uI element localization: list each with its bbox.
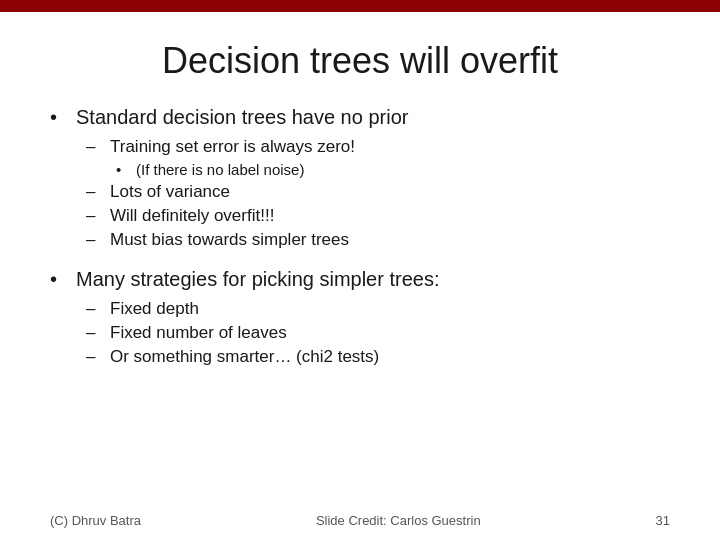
- sub-sub-item-1: • (If there is no label noise): [116, 161, 670, 178]
- sub-item-2-3-text: Or something smarter… (chi2 tests): [110, 347, 379, 367]
- dash-1-3: –: [86, 206, 102, 226]
- sub-sub-item-1-text: (If there is no label noise): [136, 161, 304, 178]
- slide-content: Decision trees will overfit • Standard d…: [0, 12, 720, 395]
- section-1: • Standard decision trees have no prior …: [50, 106, 670, 250]
- slide-title: Decision trees will overfit: [50, 40, 670, 82]
- footer-center: Slide Credit: Carlos Guestrin: [141, 513, 656, 528]
- sub-item-1-3-text: Will definitely overfit!!!: [110, 206, 274, 226]
- sub-item-1-2-text: Lots of variance: [110, 182, 230, 202]
- footer-left: (C) Dhruv Batra: [50, 513, 141, 528]
- sub-sub-dot-1: •: [116, 161, 130, 178]
- bullet-dot-2: •: [50, 268, 66, 291]
- footer-right: 31: [656, 513, 670, 528]
- sub-item-2-1: – Fixed depth: [86, 299, 670, 319]
- dash-2-2: –: [86, 323, 102, 343]
- sub-items-1: – Training set error is always zero! • (…: [86, 137, 670, 250]
- sub-item-2-1-text: Fixed depth: [110, 299, 199, 319]
- dash-2-1: –: [86, 299, 102, 319]
- bullet-dot-1: •: [50, 106, 66, 129]
- top-bar: [0, 0, 720, 12]
- sub-item-1-4-text: Must bias towards simpler trees: [110, 230, 349, 250]
- bullet-main-2-text: Many strategies for picking simpler tree…: [76, 268, 439, 291]
- sub-item-1-1-text: Training set error is always zero!: [110, 137, 355, 157]
- sub-items-2: – Fixed depth – Fixed number of leaves –…: [86, 299, 670, 367]
- sub-item-2-2: – Fixed number of leaves: [86, 323, 670, 343]
- dash-2-3: –: [86, 347, 102, 367]
- sub-item-1-1: – Training set error is always zero!: [86, 137, 670, 157]
- section-2: • Many strategies for picking simpler tr…: [50, 268, 670, 367]
- dash-1-1: –: [86, 137, 102, 157]
- sub-item-2-3: – Or something smarter… (chi2 tests): [86, 347, 670, 367]
- footer: (C) Dhruv Batra Slide Credit: Carlos Gue…: [0, 513, 720, 528]
- bullet-main-1-text: Standard decision trees have no prior: [76, 106, 408, 129]
- sub-item-1-2: – Lots of variance: [86, 182, 670, 202]
- bullet-main-1: • Standard decision trees have no prior: [50, 106, 670, 129]
- sub-sub-items-1: • (If there is no label noise): [116, 161, 670, 178]
- sub-item-2-2-text: Fixed number of leaves: [110, 323, 287, 343]
- sub-item-1-3: – Will definitely overfit!!!: [86, 206, 670, 226]
- dash-1-2: –: [86, 182, 102, 202]
- bullet-main-2: • Many strategies for picking simpler tr…: [50, 268, 670, 291]
- sub-item-1-4: – Must bias towards simpler trees: [86, 230, 670, 250]
- dash-1-4: –: [86, 230, 102, 250]
